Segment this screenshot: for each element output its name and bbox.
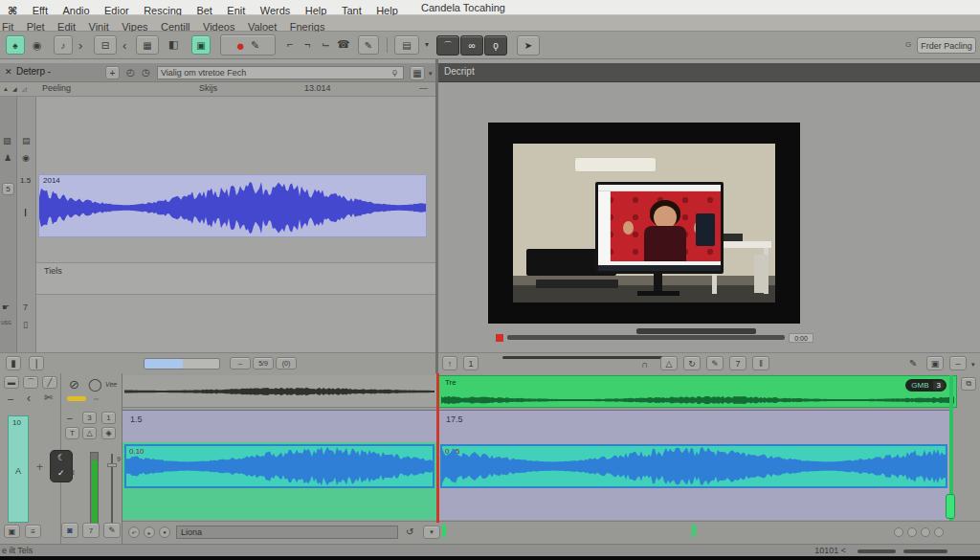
rail-clip-icon[interactable]: ▧ — [3, 137, 11, 146]
rows-toggle-button[interactable]: ≡ — [25, 525, 41, 538]
nav-round-4[interactable] — [934, 527, 944, 537]
rail-seven-icon[interactable]: 7 — [23, 303, 28, 312]
loop-button[interactable]: ↻ — [683, 356, 701, 370]
plus-icon[interactable]: + — [36, 461, 43, 473]
pencil-tool-button[interactable]: ✎ — [103, 523, 121, 538]
scrubber-handle[interactable] — [636, 328, 756, 334]
dark-mode-button[interactable]: ◙ — [61, 523, 78, 538]
seven-tool-button[interactable]: 7 — [82, 523, 100, 538]
row-minus-icon[interactable]: – — [67, 414, 73, 423]
column-peeling[interactable]: Peeling — [42, 84, 71, 93]
video-preview[interactable] — [488, 123, 800, 324]
column-skijs[interactable]: Skijs — [199, 84, 217, 93]
nav-round-2[interactable] — [907, 527, 917, 537]
prev-round-button[interactable]: ↶ — [128, 526, 140, 538]
prev-arrow-icon[interactable]: ‹ — [122, 39, 126, 52]
sort-desc-icon[interactable]: ◿ — [22, 86, 27, 92]
knob-gain-icon[interactable]: ◯ — [88, 378, 102, 391]
footer-marker-button[interactable]: 1 — [463, 356, 479, 370]
image-button[interactable]: ▣ — [926, 356, 944, 370]
triangle-button[interactable]: △ — [82, 427, 97, 439]
audio-clip-right[interactable]: 0.15 — [440, 444, 947, 488]
track-header-left[interactable]: 1.5 — [122, 410, 436, 442]
card-menu-button[interactable]: ▤ — [394, 35, 419, 55]
speaker-icon[interactable]: ◖ — [65, 454, 73, 466]
tool-line-button[interactable]: ╱ — [42, 376, 57, 389]
tool-scissors-icon[interactable]: ✄ — [44, 392, 53, 403]
layout-button[interactable]: ⊟ — [94, 35, 117, 55]
rail-hand-icon[interactable]: ☛ — [2, 303, 10, 312]
text-tool-button[interactable]: T — [65, 427, 79, 439]
card-caret-icon[interactable]: ▾ — [425, 41, 429, 49]
record-indicator[interactable] — [496, 334, 503, 342]
audio-clip-left[interactable]: 0.10 — [124, 444, 434, 488]
ruler-dropdown-button[interactable]: ▾ — [423, 526, 440, 539]
nav-round-3[interactable] — [921, 527, 930, 537]
scrub-track-left[interactable] — [122, 375, 436, 408]
finder-pacing-button[interactable]: Frder Pacling — [917, 37, 976, 54]
tool-rect-button[interactable]: ▬ — [4, 376, 19, 389]
ruler-marker-2[interactable] — [692, 525, 696, 537]
hscroll-segment-2[interactable] — [903, 549, 947, 553]
vertical-scrollbar-thumb[interactable] — [946, 494, 955, 519]
leaf-tool-button[interactable]: ♠ — [6, 35, 25, 55]
refresh-icon[interactable]: ↺ — [406, 527, 413, 537]
play-round-button[interactable]: ▸ — [144, 526, 155, 538]
draw-button[interactable]: ✎ — [706, 356, 724, 370]
seven-button[interactable]: 7 — [729, 356, 746, 370]
footer-minus-button[interactable]: – — [230, 357, 251, 370]
history-icon[interactable]: ◷ — [142, 68, 150, 78]
zoom-slider[interactable] — [144, 358, 220, 370]
one-button[interactable]: 1 — [101, 412, 116, 424]
clock-icon[interactable]: ◴ — [126, 68, 135, 78]
pan-slider-thumb[interactable] — [107, 463, 117, 467]
mic-button[interactable]: ♪ — [54, 35, 73, 55]
close-icon[interactable]: ✕ — [5, 68, 12, 77]
tool-minus-icon[interactable]: – — [8, 393, 13, 404]
playhead[interactable] — [436, 373, 439, 523]
sort-tool-icon[interactable]: ◢ — [12, 86, 17, 92]
grid-view-button[interactable]: ▦ — [410, 66, 425, 80]
mic-tool-1-icon[interactable]: ⌐ — [287, 39, 293, 50]
panel-button[interactable]: ▦ — [136, 35, 159, 55]
speaker-button[interactable]: ◧ — [168, 39, 178, 50]
footer-zero-button[interactable]: (0) — [276, 357, 297, 370]
flag-button[interactable]: ➤ — [517, 35, 540, 56]
grid-toggle-button[interactable]: ▣ — [4, 525, 20, 538]
clipboard-button[interactable]: ▣ — [191, 35, 211, 55]
pen-box-button[interactable]: ✎ — [358, 35, 379, 55]
clip-name-field[interactable] — [176, 526, 398, 539]
sort-asc-icon[interactable]: ▲ — [3, 86, 9, 92]
collapse-button[interactable]: – — [949, 356, 967, 370]
pause-button[interactable]: ‖ — [752, 356, 769, 370]
link-tool-button[interactable]: ∞ — [460, 35, 483, 56]
rail-file-icon[interactable]: ▯ — [23, 321, 28, 329]
next-arrow-icon[interactable]: › — [78, 39, 82, 52]
three-button[interactable]: 3 — [82, 412, 97, 424]
footer-ratio-button[interactable]: 5/9 — [253, 357, 274, 370]
gear-indicator[interactable]: G — [905, 41, 911, 49]
footer-toggle-2[interactable]: ❘ — [29, 356, 44, 370]
rail-5-button[interactable]: 5 — [2, 183, 14, 195]
window-mini-button[interactable]: ⧉ — [961, 377, 976, 391]
footer-toggle-1[interactable]: ▮ — [6, 356, 21, 370]
footer-caret-icon[interactable]: ▾ — [971, 361, 975, 368]
tiels-section[interactable]: Tiels — [36, 262, 435, 295]
ruler-marker-1[interactable] — [442, 525, 446, 537]
green-track[interactable]: Tre GMB 3 — [438, 375, 957, 408]
rail-doc-icon[interactable]: ▤ — [22, 137, 31, 146]
teal-fader[interactable]: 10 A — [8, 415, 29, 523]
mic-tool-3-icon[interactable]: ⌙ — [322, 39, 330, 50]
waveform-canvas[interactable]: 2014 Tiels — [36, 97, 435, 352]
search-input[interactable] — [157, 66, 404, 79]
zoom-tool-button[interactable]: ϙ — [484, 35, 507, 56]
binocular-icon[interactable]: ∩ — [641, 360, 648, 370]
audio-clip-block[interactable]: 2014 — [38, 174, 427, 237]
header-caret-icon[interactable]: ▾ — [429, 70, 433, 77]
bell-button[interactable]: △ — [660, 356, 678, 370]
edit-pen-icon[interactable]: ✎ — [909, 359, 917, 369]
rail-eye-icon[interactable]: ◉ — [22, 154, 30, 163]
column-value[interactable]: 13.014 — [304, 84, 331, 93]
diamond-button[interactable]: ◈ — [101, 427, 116, 439]
footer-up-button[interactable]: ↑ — [442, 356, 457, 370]
